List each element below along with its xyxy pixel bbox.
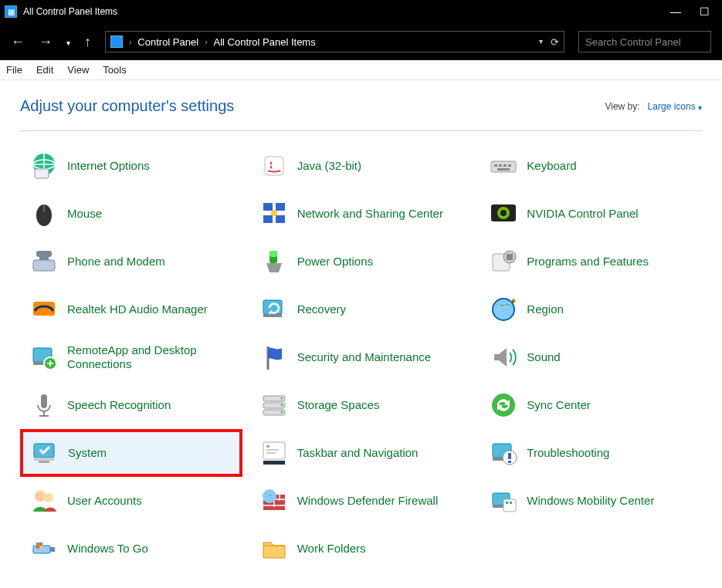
item-label: Internet Options — [67, 159, 150, 173]
item-label: Windows Defender Firewall — [297, 494, 439, 508]
chevron-right-icon: › — [205, 38, 207, 46]
item-label: Security and Maintenance — [297, 350, 431, 364]
view-by-dropdown[interactable]: Large icons ▾ — [648, 101, 702, 112]
network-icon — [257, 197, 291, 231]
item-label: Storage Spaces — [297, 398, 380, 412]
control-panel-icon — [110, 35, 123, 48]
app-icon: ▦ — [5, 5, 17, 18]
taskbar-icon — [257, 436, 291, 470]
folders-icon — [257, 532, 291, 566]
firewall-icon — [257, 484, 291, 518]
title-bar: ▦ All Control Panel Items — ☐ — [0, 0, 722, 23]
menu-tools[interactable]: Tools — [103, 64, 126, 76]
control-panel-item-firewall[interactable]: Windows Defender Firewall — [250, 477, 473, 525]
control-panel-item-storage[interactable]: Storage Spaces — [250, 381, 473, 429]
control-panel-item-programs[interactable]: Programs and Features — [480, 238, 702, 286]
item-label: Troubleshooting — [527, 446, 609, 460]
storage-icon — [257, 388, 291, 422]
item-label: Programs and Features — [527, 255, 649, 269]
item-label: System — [68, 446, 107, 460]
item-label: Power Options — [297, 255, 373, 269]
item-label: Realtek HD Audio Manager — [67, 302, 208, 316]
sound-icon — [486, 340, 520, 374]
control-panel-item-sync[interactable]: Sync Center — [480, 381, 702, 429]
control-panel-item-nvidia[interactable]: NVIDIA Control Panel — [480, 190, 702, 238]
control-panel-item-power[interactable]: Power Options — [250, 238, 473, 286]
mouse-icon — [27, 197, 61, 231]
speech-icon — [27, 388, 61, 422]
system-icon — [28, 436, 62, 470]
item-label: Sync Center — [527, 398, 591, 412]
recovery-icon — [257, 292, 291, 326]
sync-icon — [486, 388, 520, 422]
phone-icon — [27, 245, 61, 279]
breadcrumb-item[interactable]: All Control Panel Items — [213, 36, 315, 48]
region-icon — [486, 292, 520, 326]
view-by-label: View by: — [605, 101, 639, 112]
search-input[interactable]: Search Control Panel — [578, 31, 711, 52]
page-title: Adjust your computer's settings — [20, 97, 234, 115]
control-panel-item-keyboard[interactable]: Keyboard — [480, 142, 702, 190]
menu-edit[interactable]: Edit — [36, 64, 53, 76]
globe-icon — [27, 149, 61, 183]
divider — [20, 130, 702, 131]
control-panel-item-realtek[interactable]: Realtek HD Audio Manager — [20, 286, 242, 333]
control-panel-item-recovery[interactable]: Recovery — [250, 286, 473, 333]
maximize-button[interactable]: ☐ — [700, 5, 710, 18]
history-dropdown[interactable]: ▾ — [66, 39, 70, 47]
item-label: Mouse — [67, 207, 102, 221]
control-panel-item-globe[interactable]: Internet Options — [20, 142, 242, 190]
item-label: RemoteApp and Desktop Connections — [67, 343, 236, 371]
item-label: Keyboard — [527, 159, 576, 173]
control-panel-item-java[interactable]: Java (32-bit) — [250, 142, 473, 190]
item-label: Java (32-bit) — [297, 159, 361, 173]
breadcrumb-item[interactable]: Control Panel — [137, 36, 198, 48]
control-panel-item-flag[interactable]: Security and Maintenance — [250, 333, 473, 381]
control-panel-item-sound[interactable]: Sound — [480, 333, 702, 381]
nvidia-icon — [486, 197, 520, 231]
menu-file[interactable]: File — [6, 64, 22, 76]
content-area: Adjust your computer's settings View by:… — [0, 80, 722, 573]
mobility-icon — [486, 484, 520, 518]
remote-icon — [27, 340, 61, 374]
address-dropdown[interactable]: ▾ — [539, 37, 543, 49]
search-placeholder: Search Control Panel — [585, 36, 681, 48]
keyboard-icon — [486, 149, 520, 183]
power-icon — [257, 245, 291, 279]
item-label: Windows Mobility Center — [527, 494, 654, 508]
item-label: Network and Sharing Center — [297, 207, 443, 221]
item-label: Region — [527, 302, 564, 316]
control-panel-item-network[interactable]: Network and Sharing Center — [250, 190, 473, 238]
nav-bar: ← → ▾ ↑ › Control Panel › All Control Pa… — [0, 23, 722, 60]
item-label: Taskbar and Navigation — [297, 446, 419, 460]
control-panel-item-folders[interactable]: Work Folders — [250, 525, 473, 573]
control-panel-item-system[interactable]: System — [20, 429, 242, 477]
control-panel-item-trouble[interactable]: Troubleshooting — [480, 429, 702, 477]
control-panel-item-remote[interactable]: RemoteApp and Desktop Connections — [20, 333, 242, 381]
window-title: All Control Panel Items — [23, 6, 117, 17]
togo-icon — [27, 532, 61, 566]
up-button[interactable]: ↑ — [84, 34, 91, 50]
breadcrumb[interactable]: › Control Panel › All Control Panel Item… — [105, 31, 564, 52]
control-panel-item-taskbar[interactable]: Taskbar and Navigation — [250, 429, 473, 477]
trouble-icon — [486, 436, 520, 470]
users-icon — [27, 484, 61, 518]
control-panel-item-phone[interactable]: Phone and Modem — [20, 238, 242, 286]
programs-icon — [486, 245, 520, 279]
control-panel-item-speech[interactable]: Speech Recognition — [20, 381, 242, 429]
item-label: NVIDIA Control Panel — [527, 207, 638, 221]
control-panel-item-mouse[interactable]: Mouse — [20, 190, 242, 238]
menu-view[interactable]: View — [67, 64, 89, 76]
control-panel-item-mobility[interactable]: Windows Mobility Center — [480, 477, 702, 525]
chevron-down-icon: ▾ — [698, 103, 702, 112]
minimize-button[interactable]: — — [670, 5, 681, 18]
refresh-button[interactable]: ⟳ — [551, 36, 559, 48]
view-by: View by: Large icons ▾ — [605, 101, 702, 112]
forward-button[interactable]: → — [39, 34, 53, 50]
control-panel-item-region[interactable]: Region — [480, 286, 702, 333]
control-panel-item-togo[interactable]: Windows To Go — [20, 525, 242, 573]
item-label: Work Folders — [297, 542, 366, 556]
back-button[interactable]: ← — [11, 34, 25, 50]
control-panel-item-users[interactable]: User Accounts — [20, 477, 242, 525]
java-icon — [257, 149, 291, 183]
